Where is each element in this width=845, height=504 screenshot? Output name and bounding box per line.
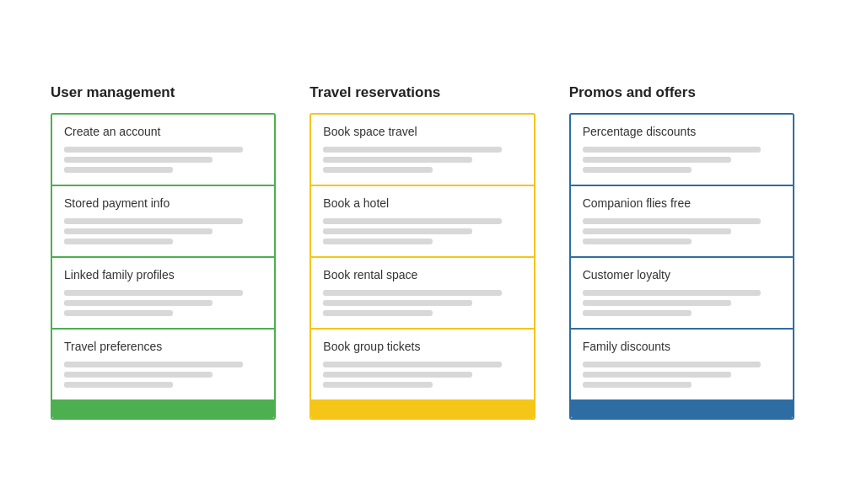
card-title-percentage-discounts: Percentage discounts [583, 125, 781, 138]
column-footer-user-management [52, 401, 274, 418]
placeholder-line-short [323, 310, 432, 316]
placeholder-line-long [64, 362, 243, 367]
placeholder-lines-travel-preferences [64, 362, 262, 388]
placeholder-line-long [64, 218, 243, 224]
card-item-book-rental-space[interactable]: Book rental space [311, 258, 533, 330]
placeholder-line-short [64, 310, 173, 316]
placeholder-line-short [323, 167, 432, 173]
card-title-book-hotel: Book a hotel [323, 196, 521, 210]
placeholder-line-medium [64, 228, 213, 234]
placeholder-line-short [583, 382, 692, 388]
placeholder-line-medium [323, 372, 471, 378]
placeholder-line-short [583, 239, 692, 244]
placeholder-line-medium [583, 300, 731, 306]
card-title-book-space-travel: Book space travel [323, 125, 521, 138]
placeholder-line-medium [323, 300, 471, 306]
placeholder-line-short [323, 239, 432, 244]
card-item-companion-flies-free[interactable]: Companion flies free [571, 186, 793, 258]
placeholder-lines-percentage-discounts [583, 147, 781, 173]
placeholder-line-medium [64, 157, 213, 163]
column-travel-reservations: Travel reservationsBook space travelBook… [309, 84, 535, 420]
placeholder-line-medium [583, 372, 731, 378]
placeholder-line-short [64, 239, 173, 244]
placeholder-line-short [64, 382, 173, 388]
placeholder-lines-book-group-tickets [323, 362, 521, 388]
placeholder-line-medium [583, 228, 731, 234]
placeholder-lines-book-hotel [323, 218, 521, 244]
card-title-travel-preferences: Travel preferences [64, 340, 262, 353]
placeholder-line-medium [323, 228, 471, 234]
placeholder-line-long [583, 147, 762, 153]
placeholder-line-long [583, 218, 762, 224]
card-list-promos-offers: Percentage discountsCompanion flies free… [569, 113, 794, 420]
placeholder-line-long [64, 147, 243, 153]
placeholder-line-long [583, 362, 762, 367]
card-title-companion-flies-free: Companion flies free [583, 196, 781, 210]
card-title-book-group-tickets: Book group tickets [323, 340, 521, 353]
placeholder-lines-create-account [64, 147, 262, 173]
column-footer-promos-offers [571, 401, 793, 418]
column-title-promos-offers: Promos and offers [569, 84, 794, 105]
placeholder-lines-family-discounts [583, 362, 781, 388]
placeholder-lines-book-rental-space [323, 290, 521, 316]
column-footer-travel-reservations [311, 401, 533, 418]
card-title-stored-payment: Stored payment info [64, 196, 262, 210]
placeholder-line-long [323, 290, 502, 296]
card-title-family-discounts: Family discounts [583, 340, 781, 353]
placeholder-line-long [323, 362, 502, 367]
placeholder-lines-book-space-travel [323, 147, 521, 173]
placeholder-line-medium [583, 157, 731, 163]
placeholder-line-short [323, 382, 432, 388]
placeholder-line-long [583, 290, 762, 296]
placeholder-lines-linked-family [64, 290, 262, 316]
placeholder-line-medium [323, 157, 471, 163]
card-item-book-space-travel[interactable]: Book space travel [311, 115, 533, 186]
placeholder-lines-companion-flies-free [583, 218, 781, 244]
column-user-management: User managementCreate an accountStored p… [51, 84, 276, 420]
card-item-linked-family[interactable]: Linked family profiles [52, 258, 274, 330]
card-list-travel-reservations: Book space travelBook a hotelBook rental… [309, 113, 535, 420]
card-item-percentage-discounts[interactable]: Percentage discounts [571, 115, 793, 186]
placeholder-line-short [583, 167, 692, 173]
placeholder-line-short [583, 310, 692, 316]
card-item-stored-payment[interactable]: Stored payment info [52, 186, 274, 258]
card-list-user-management: Create an accountStored payment infoLink… [51, 113, 276, 420]
card-item-create-account[interactable]: Create an account [52, 115, 274, 186]
placeholder-lines-customer-loyalty [583, 290, 781, 316]
card-title-book-rental-space: Book rental space [323, 268, 521, 281]
card-item-travel-preferences[interactable]: Travel preferences [52, 330, 274, 401]
placeholder-line-long [323, 218, 502, 224]
placeholder-line-medium [64, 372, 213, 378]
card-item-customer-loyalty[interactable]: Customer loyalty [571, 258, 793, 330]
placeholder-lines-stored-payment [64, 218, 262, 244]
card-item-family-discounts[interactable]: Family discounts [571, 330, 793, 401]
placeholder-line-long [64, 290, 243, 296]
card-title-customer-loyalty: Customer loyalty [583, 268, 781, 281]
placeholder-line-long [323, 147, 502, 153]
placeholder-line-medium [64, 300, 213, 306]
card-title-create-account: Create an account [64, 125, 262, 138]
card-item-book-group-tickets[interactable]: Book group tickets [311, 330, 533, 401]
card-item-book-hotel[interactable]: Book a hotel [311, 186, 533, 258]
column-title-user-management: User management [51, 84, 276, 105]
page-container: User managementCreate an accountStored p… [0, 59, 845, 445]
placeholder-line-short [64, 167, 173, 173]
column-title-travel-reservations: Travel reservations [309, 84, 535, 105]
card-title-linked-family: Linked family profiles [64, 268, 262, 281]
column-promos-offers: Promos and offersPercentage discountsCom… [569, 84, 794, 420]
